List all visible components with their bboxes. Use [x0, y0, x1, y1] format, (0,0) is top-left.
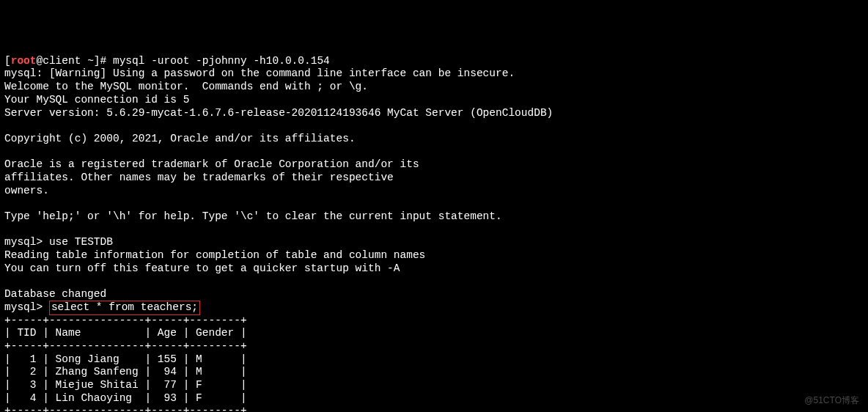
banner-line: Type 'help;' or '\h' for help. Type '\c'…	[4, 210, 502, 222]
table-border: +-----+---------------+-----+--------+	[4, 340, 247, 352]
output-line: Reading table information for completion…	[4, 249, 425, 261]
table-header: | TID | Name | Age | Gender |	[4, 327, 247, 339]
table-row: | 1 | Song Jiang | 155 | M |	[4, 353, 247, 365]
mysql-command-use[interactable]: use TESTDB	[49, 236, 113, 248]
shell-prompt: [root@client ~]#	[4, 55, 106, 67]
table-row: | 2 | Zhang Sanfeng | 94 | M |	[4, 366, 247, 378]
banner-line: Oracle is a registered trademark of Orac…	[4, 158, 419, 170]
mysql-prompt: mysql>	[4, 301, 43, 313]
watermark: @51CTO博客	[804, 395, 859, 406]
output-line: You can turn off this feature to get a q…	[4, 262, 400, 274]
banner-line: Server version: 5.6.29-mycat-1.6.7.6-rel…	[4, 107, 553, 119]
banner-line: Welcome to the MySQL monitor. Commands e…	[4, 81, 368, 92]
banner-line: Your MySQL connection id is 5	[4, 94, 189, 106]
table-border: +-----+---------------+-----+--------+	[4, 314, 247, 326]
table-border: +-----+---------------+-----+--------+	[4, 405, 247, 412]
table-row: | 4 | Lin Chaoying | 93 | F |	[4, 392, 247, 404]
mysql-command-select[interactable]: select * from teachers;	[49, 301, 200, 315]
mysql-prompt: mysql>	[4, 236, 43, 248]
table-row: | 3 | Miejue Shitai | 77 | F |	[4, 379, 247, 391]
banner-line: Copyright (c) 2000, 2021, Oracle and/or …	[4, 133, 356, 144]
banner-line: owners.	[4, 185, 49, 196]
shell-command[interactable]: mysql -uroot -pjohnny -h10.0.0.154	[113, 55, 330, 67]
banner-line: affiliates. Other names may be trademark…	[4, 172, 394, 183]
output-line: Database changed	[4, 288, 106, 300]
banner-line: mysql: [Warning] Using a password on the…	[4, 67, 515, 79]
